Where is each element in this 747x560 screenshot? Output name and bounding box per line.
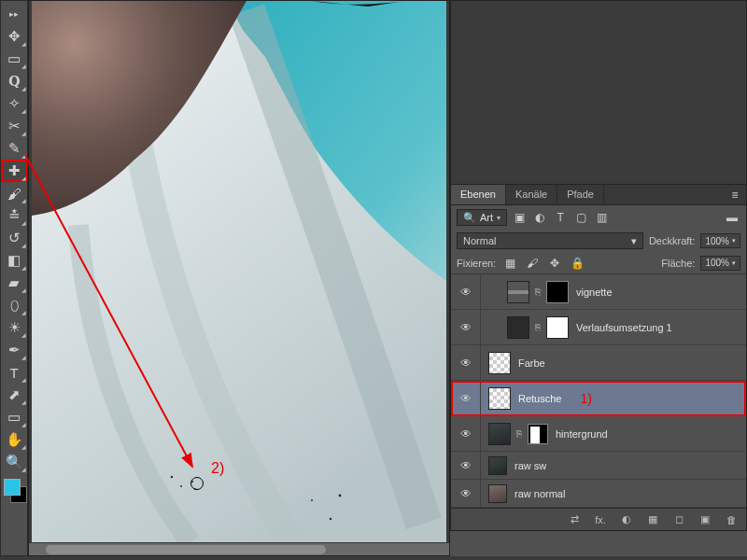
brush-tool[interactable]: 🖌◢ [1, 182, 27, 204]
layer-thumb[interactable] [488, 484, 507, 503]
clone-stamp-tool[interactable]: ≛◢ [1, 204, 27, 227]
tab-paths[interactable]: Pfade [557, 185, 604, 204]
footer-icon-4[interactable]: ◻ [671, 513, 686, 525]
footer-icon-3[interactable]: ▦ [645, 513, 660, 525]
shape-tool[interactable]: ▭◢ [1, 406, 27, 428]
panel-menu-icon[interactable]: ≡ [724, 185, 746, 204]
layers-panel: 🔍 Art ▾ ▣ ◐ T ▢ ▥ ▬ Normal ▾ Deckkraft: … [450, 205, 747, 531]
eraser-tool[interactable]: ◧◢ [1, 249, 27, 272]
hand-tool[interactable]: ✋◢ [1, 428, 27, 451]
navigator-panel [450, 0, 747, 185]
lasso-tool[interactable]: 𝗤◢ [1, 70, 27, 92]
eyedropper-tool[interactable]: ✎◢ [1, 137, 27, 160]
layer-name[interactable]: raw sw [514, 460, 546, 471]
tab-layers[interactable]: Ebenen [451, 185, 506, 204]
healing-brush-tool[interactable]: ✚◢ [1, 160, 27, 182]
link-mask-icon[interactable]: ⎘ [535, 322, 541, 332]
type-tool[interactable]: T◢ [1, 361, 27, 384]
lock-row: Fixieren: ▦ 🖌 ✥ 🔒 Fläche: 100% ▾ [451, 252, 746, 274]
lock-position-icon[interactable]: ✥ [546, 255, 563, 272]
visibility-toggle[interactable]: 👁 [451, 452, 481, 479]
footer-icon-5[interactable]: ▣ [698, 513, 712, 525]
zoom-tool[interactable]: 🔍◢ [1, 451, 27, 473]
layer-mask-thumb[interactable] [546, 281, 569, 303]
blend-row: Normal ▾ Deckkraft: 100% ▾ [451, 230, 746, 252]
gradient-tool[interactable]: ▰◢ [1, 272, 27, 294]
layer-name[interactable]: Farbe [518, 357, 545, 369]
foreground-swatch[interactable] [4, 479, 21, 496]
footer-icon-2[interactable]: ◐ [619, 513, 634, 525]
move-tool[interactable]: ✥◢ [1, 25, 27, 48]
pen-tool[interactable]: ✒◢ [1, 339, 27, 361]
lock-all-icon[interactable]: 🔒 [569, 255, 585, 272]
footer-icon-0[interactable]: ⇄ [567, 513, 582, 525]
layer-name[interactable]: hintergrund [556, 428, 608, 440]
blend-mode-value: Normal [463, 235, 496, 246]
tools-toolbar: ▸▸ ✥◢▭◢𝗤◢✧◢✂◢✎◢✚◢🖌◢≛◢↺◢◧◢▰◢⬯◢☀◢✒◢T◢⬈◢▭◢✋… [0, 0, 28, 556]
lock-transparency-icon[interactable]: ▦ [501, 255, 518, 272]
filter-type-icon[interactable]: T [552, 209, 569, 226]
canvas-area: 2) [28, 0, 450, 556]
layer-row[interactable]: 👁Farbe [451, 345, 746, 381]
collapse-handle[interactable]: ▸▸ [1, 3, 27, 25]
layer-row[interactable]: 👁⎘vignette [451, 274, 746, 310]
document-canvas[interactable] [32, 1, 446, 542]
lock-label: Fixieren: [457, 258, 496, 269]
layer-row[interactable]: 👁⎘hintergrund [451, 416, 746, 452]
layer-filter-row: 🔍 Art ▾ ▣ ◐ T ▢ ▥ ▬ [451, 205, 746, 230]
color-swatches[interactable] [1, 477, 27, 505]
svg-point-7 [311, 499, 313, 501]
visibility-toggle[interactable]: 👁 [451, 310, 481, 344]
layer-row[interactable]: 👁⎘Verlaufsumsetzung 1 [451, 310, 746, 345]
layer-thumb[interactable] [488, 352, 511, 374]
filter-adjust-icon[interactable]: ◐ [531, 209, 548, 226]
layer-name[interactable]: Verlaufsumsetzung 1 [576, 322, 672, 333]
layer-mask-thumb[interactable] [546, 316, 569, 339]
visibility-toggle[interactable]: 👁 [451, 416, 481, 451]
path-selection-tool[interactable]: ⬈◢ [1, 384, 27, 406]
filter-shape-icon[interactable]: ▢ [572, 209, 589, 226]
link-mask-icon[interactable]: ⎘ [535, 287, 541, 297]
opacity-value: 100% [705, 236, 729, 246]
opacity-label: Deckkraft: [649, 235, 696, 246]
link-mask-icon[interactable]: ⎘ [516, 428, 522, 439]
layer-thumb[interactable] [507, 316, 529, 339]
filter-kind-label: Art [480, 212, 493, 223]
visibility-toggle[interactable]: 👁 [451, 345, 481, 380]
layer-row[interactable]: 👁raw sw [451, 452, 746, 480]
layer-name[interactable]: raw normal [514, 488, 565, 499]
blend-mode-select[interactable]: Normal ▾ [457, 232, 643, 249]
visibility-toggle[interactable]: 👁 [451, 480, 481, 507]
scrollbar-thumb[interactable] [46, 545, 326, 554]
visibility-toggle[interactable]: 👁 [451, 381, 481, 415]
lock-pixels-icon[interactable]: 🖌 [524, 255, 541, 272]
blur-tool[interactable]: ⬯◢ [1, 294, 27, 316]
layer-thumb[interactable] [488, 387, 511, 410]
fill-input[interactable]: 100% ▾ [700, 256, 740, 271]
marquee-tool[interactable]: ▭◢ [1, 48, 27, 70]
horizontal-scrollbar[interactable] [29, 542, 449, 555]
tab-channels[interactable]: Kanäle [506, 185, 557, 204]
footer-icon-6[interactable]: 🗑 [724, 514, 739, 525]
filter-pixel-icon[interactable]: ▣ [511, 209, 528, 226]
layer-name[interactable]: Retusche [518, 393, 561, 404]
magic-wand-tool[interactable]: ✧◢ [1, 92, 27, 115]
layer-thumb[interactable] [488, 456, 507, 475]
layer-name[interactable]: vignette [576, 287, 613, 298]
layer-filter-kind-select[interactable]: 🔍 Art ▾ [457, 209, 507, 226]
chevron-down-icon: ▾ [497, 214, 500, 222]
opacity-input[interactable]: 100% ▾ [700, 233, 740, 248]
visibility-toggle[interactable]: 👁 [451, 274, 481, 309]
layer-thumb[interactable] [488, 423, 511, 445]
footer-icon-1[interactable]: fx. [593, 514, 608, 525]
crop-tool[interactable]: ✂◢ [1, 115, 27, 137]
layer-thumb[interactable] [507, 281, 529, 303]
layer-row[interactable]: 👁raw normal [451, 480, 746, 508]
history-brush-tool[interactable]: ↺◢ [1, 227, 27, 249]
layer-mask-thumb[interactable] [528, 424, 548, 444]
filter-smart-icon[interactable]: ▥ [593, 209, 610, 226]
fill-value: 100% [705, 258, 729, 268]
dodge-tool[interactable]: ☀◢ [1, 316, 27, 339]
layer-row[interactable]: 👁Retusche1) [451, 381, 746, 416]
filter-toggle-icon[interactable]: ▬ [724, 209, 740, 226]
